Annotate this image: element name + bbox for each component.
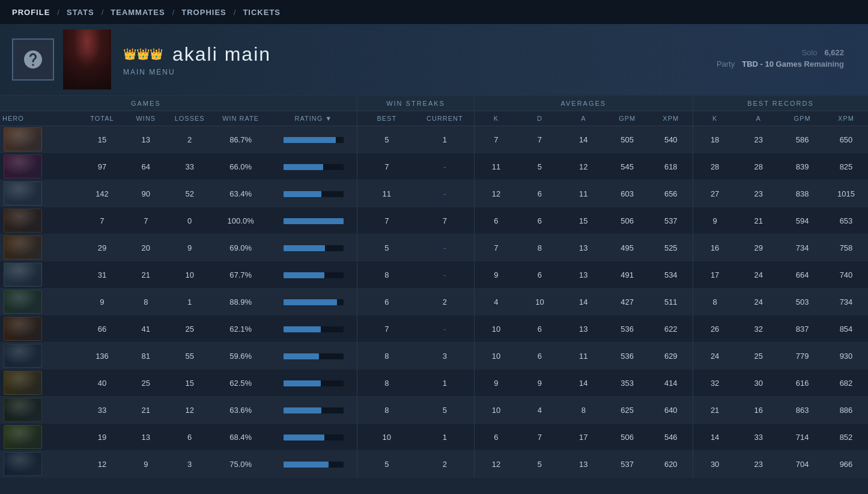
avg-xpm: 629 <box>649 343 693 370</box>
avg-d: 6 <box>518 207 562 234</box>
hero-thumbnail <box>4 181 42 206</box>
hero-cell <box>0 126 80 153</box>
hero-cell <box>0 153 80 180</box>
win-rate: 66.0% <box>211 153 270 180</box>
best-gpm: 779 <box>780 343 824 370</box>
th-wins[interactable]: WINS <box>124 111 168 126</box>
hero-group-header <box>0 96 80 111</box>
avg-k: 9 <box>474 261 518 288</box>
best-k: 32 <box>693 370 736 397</box>
main-menu-link[interactable]: MAIN MENU <box>123 68 717 76</box>
win-rate: 86.7% <box>211 126 270 153</box>
hero-thumbnail <box>4 236 42 260</box>
avg-xpm: 656 <box>649 180 693 207</box>
avg-gpm: 506 <box>605 424 649 451</box>
total: 142 <box>80 180 124 207</box>
nav-stats[interactable]: STATS <box>67 8 94 17</box>
table-row: 7 7 0 100.0% 7 7 6 6 15 506 537 9 21 594… <box>0 207 868 234</box>
avg-gpm: 427 <box>605 288 649 316</box>
avg-gpm: 505 <box>605 126 649 153</box>
hero-thumbnail <box>4 344 42 368</box>
th-xpm[interactable]: XPM <box>649 111 693 126</box>
best-gpm: 714 <box>780 424 824 451</box>
best-k: 14 <box>693 424 736 451</box>
th-a[interactable]: A <box>562 111 605 126</box>
best-gpm: 863 <box>780 397 824 424</box>
avg-k: 11 <box>474 153 518 180</box>
rate-group-header <box>211 96 357 111</box>
best-a: 23 <box>736 451 780 478</box>
th-streak-best[interactable]: BEST <box>357 111 416 126</box>
nav-tickets[interactable]: TICKETS <box>243 8 281 17</box>
best-a: 30 <box>736 370 780 397</box>
avg-a: 14 <box>562 288 605 316</box>
best-xpm: 758 <box>824 234 868 261</box>
avg-k: 4 <box>474 288 518 316</box>
th-gpm[interactable]: GPM <box>605 111 649 126</box>
table-body: 15 13 2 86.7% 5 1 7 7 14 505 540 18 23 5… <box>0 126 868 478</box>
rating-bar-outer <box>284 272 344 278</box>
th-best-gpm[interactable]: GPM <box>780 111 824 126</box>
best-xpm: 930 <box>824 343 868 370</box>
th-best-xpm[interactable]: XPM <box>824 111 868 126</box>
win-rate: 75.0% <box>211 451 270 478</box>
hero-cell <box>0 207 80 234</box>
rating-bar-outer <box>284 299 344 305</box>
avg-k: 10 <box>474 343 518 370</box>
streak-current: 5 <box>416 397 474 424</box>
rating-bar-cell <box>270 153 357 180</box>
best-gpm: 503 <box>780 288 824 316</box>
rating-bar-inner <box>284 299 337 305</box>
wins: 21 <box>124 261 168 288</box>
best-k: 28 <box>693 153 736 180</box>
avg-xpm: 537 <box>649 207 693 234</box>
losses: 25 <box>168 316 211 343</box>
streak-current: - <box>416 261 474 288</box>
total: 7 <box>80 207 124 234</box>
avg-xpm: 622 <box>649 316 693 343</box>
best-k: 16 <box>693 234 736 261</box>
th-d[interactable]: D <box>518 111 562 126</box>
rating-bar-inner <box>284 407 322 413</box>
th-k[interactable]: K <box>474 111 518 126</box>
total: 15 <box>80 126 124 153</box>
question-icon <box>22 49 44 70</box>
rating-bar-cell <box>270 261 357 288</box>
avg-k: 12 <box>474 180 518 207</box>
th-streak-current[interactable]: CURRENT <box>416 111 474 126</box>
avg-a: 13 <box>562 234 605 261</box>
streak-best: 7 <box>357 207 416 234</box>
streak-current: 2 <box>416 288 474 316</box>
losses: 33 <box>168 153 211 180</box>
win-rate: 62.1% <box>211 316 270 343</box>
best-records-group-header: BEST RECORDS <box>693 96 868 111</box>
nav-trophies[interactable]: TROPHIES <box>181 8 226 17</box>
nav-profile[interactable]: PROFILE <box>12 8 50 17</box>
th-winrate[interactable]: WIN RATE <box>211 111 270 126</box>
th-best-k[interactable]: K <box>693 111 736 126</box>
best-k: 26 <box>693 316 736 343</box>
streak-best: 5 <box>357 451 416 478</box>
streak-current: 1 <box>416 370 474 397</box>
rating-bar-outer <box>284 191 344 197</box>
losses: 9 <box>168 234 211 261</box>
losses: 3 <box>168 451 211 478</box>
best-xpm: 740 <box>824 261 868 288</box>
streak-current: - <box>416 234 474 261</box>
best-k: 8 <box>693 288 736 316</box>
th-total[interactable]: TOTAL <box>80 111 124 126</box>
th-losses[interactable]: LOSSES <box>168 111 211 126</box>
th-best-a[interactable]: A <box>736 111 780 126</box>
losses: 52 <box>168 180 211 207</box>
total: 9 <box>80 288 124 316</box>
wins: 64 <box>124 153 168 180</box>
rating-bar-outer <box>284 435 344 441</box>
rating-bar-outer <box>284 326 344 332</box>
nav-teammates[interactable]: TEAMMATES <box>111 8 165 17</box>
th-rating[interactable]: RATING ▼ <box>270 111 357 126</box>
streak-current: 3 <box>416 343 474 370</box>
rating-bar-outer <box>284 462 344 468</box>
avg-xpm: 525 <box>649 234 693 261</box>
best-xpm: 825 <box>824 153 868 180</box>
avg-xpm: 640 <box>649 397 693 424</box>
